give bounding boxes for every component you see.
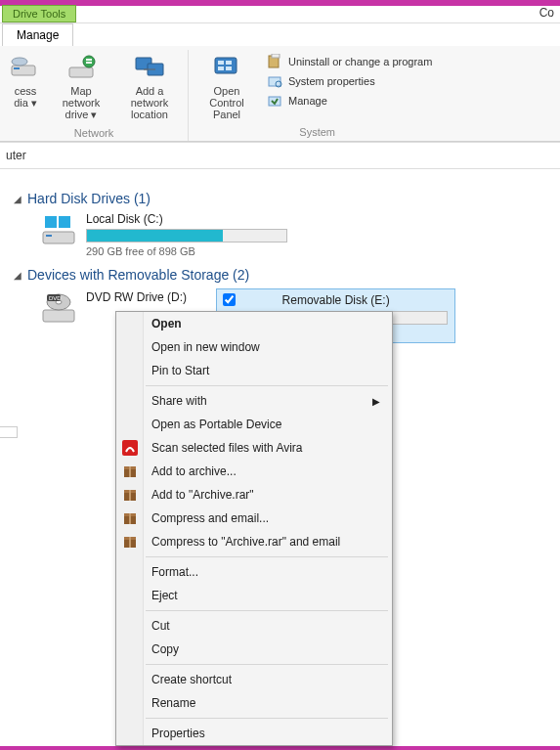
manage-icon xyxy=(267,93,282,109)
ribbon-tab-row: Drive Tools xyxy=(0,6,560,23)
group-header-hdd[interactable]: ◢ Hard Disk Drives (1) xyxy=(14,191,550,206)
capacity-text: 290 GB free of 898 GB xyxy=(86,245,287,257)
ribbon-group-system: Open Control Panel Uninstall or change a… xyxy=(189,50,446,141)
uninstall-icon xyxy=(267,54,282,69)
network-drive-icon xyxy=(65,52,97,83)
menu-add-to-archive[interactable]: Add to archive... xyxy=(116,460,392,483)
tab-drive-tools[interactable]: Drive Tools xyxy=(2,5,76,22)
svg-rect-23 xyxy=(59,216,70,228)
svg-rect-3 xyxy=(69,67,93,77)
window-title-fragment: Co xyxy=(539,6,554,20)
breadcrumb[interactable]: uter xyxy=(0,142,560,169)
group-label-system: System xyxy=(299,122,335,140)
menu-eject[interactable]: Eject xyxy=(116,584,392,607)
menu-create-shortcut[interactable]: Create shortcut xyxy=(116,668,392,691)
menu-scan-avira[interactable]: Scan selected files with Avira xyxy=(116,436,392,460)
menu-copy[interactable]: Copy xyxy=(116,638,392,661)
svg-rect-38 xyxy=(129,513,131,524)
dvd-drive-icon: DVD xyxy=(39,290,78,326)
svg-text:DVD: DVD xyxy=(49,295,62,301)
ribbon: cess dia ▾ Map network drive ▾ Add a net… xyxy=(0,46,560,142)
drive-icon xyxy=(10,52,41,83)
collapse-icon: ◢ xyxy=(14,194,22,204)
system-properties-button[interactable]: System properties xyxy=(267,73,432,89)
hard-drive-icon xyxy=(39,212,78,247)
menu-open-portable[interactable]: Open as Portable Device xyxy=(116,413,392,436)
menu-properties[interactable]: Properties xyxy=(116,722,392,745)
svg-rect-0 xyxy=(12,66,35,75)
context-menu: Open Open in new window Pin to Start Sha… xyxy=(115,311,393,746)
drive-name: DVD RW Drive (D:) xyxy=(86,290,187,304)
svg-rect-12 xyxy=(226,61,232,65)
menu-format[interactable]: Format... xyxy=(116,560,392,584)
menu-rename[interactable]: Rename xyxy=(116,691,392,715)
svg-rect-10 xyxy=(215,58,237,73)
menu-open-new-window[interactable]: Open in new window xyxy=(116,335,392,359)
svg-rect-1 xyxy=(14,67,20,69)
drive-name: Removable Disk (E:) xyxy=(221,293,451,307)
svg-rect-20 xyxy=(43,232,74,243)
svg-rect-11 xyxy=(218,61,224,65)
menu-open[interactable]: Open xyxy=(116,312,392,335)
menu-add-to-rar[interactable]: Add to "Archive.rar" xyxy=(116,483,392,507)
svg-rect-35 xyxy=(129,490,131,501)
manage-button[interactable]: Manage xyxy=(267,93,432,109)
properties-icon xyxy=(267,73,282,89)
svg-rect-16 xyxy=(272,54,280,58)
archive-icon xyxy=(121,463,139,480)
menu-share-with[interactable]: Share with▶ xyxy=(116,389,392,413)
drive-local-c[interactable]: Local Disk (C:) 290 GB free of 898 GB xyxy=(39,212,550,257)
archive-icon xyxy=(121,509,139,527)
svg-point-2 xyxy=(12,58,27,66)
svg-rect-14 xyxy=(226,66,232,70)
collapse-icon: ◢ xyxy=(14,270,22,281)
menu-cut[interactable]: Cut xyxy=(116,614,392,638)
open-control-panel-button[interactable]: Open Control Panel xyxy=(194,50,259,122)
svg-rect-41 xyxy=(129,537,131,548)
control-panel-icon xyxy=(211,52,242,83)
submenu-arrow-icon: ▶ xyxy=(372,396,380,407)
drive-checkbox[interactable] xyxy=(223,293,236,306)
svg-rect-32 xyxy=(129,466,131,477)
nav-pane-fragment xyxy=(0,426,18,438)
svg-rect-21 xyxy=(46,235,52,237)
menu-compress-rar-email[interactable]: Compress to "Archive.rar" and email xyxy=(116,530,392,553)
archive-icon xyxy=(121,486,139,504)
svg-rect-13 xyxy=(218,66,224,70)
group-label-network: Network xyxy=(74,123,113,141)
ribbon-group-network: cess dia ▾ Map network drive ▾ Add a net… xyxy=(0,50,189,141)
svg-rect-24 xyxy=(43,310,74,322)
capacity-bar xyxy=(86,229,287,243)
avira-icon xyxy=(121,439,139,457)
drive-name: Local Disk (C:) xyxy=(86,212,287,226)
archive-icon xyxy=(121,533,139,551)
menu-compress-email[interactable]: Compress and email... xyxy=(116,507,392,530)
group-header-removable[interactable]: ◢ Devices with Removable Storage (2) xyxy=(14,267,550,283)
network-location-icon xyxy=(134,52,165,83)
tab-manage[interactable]: Manage xyxy=(2,23,73,46)
svg-rect-5 xyxy=(86,59,92,61)
menu-pin-to-start[interactable]: Pin to Start xyxy=(116,359,392,382)
uninstall-program-button[interactable]: Uninstall or change a program xyxy=(267,54,432,69)
svg-rect-6 xyxy=(86,62,92,64)
svg-rect-22 xyxy=(45,216,57,228)
add-network-location-button[interactable]: Add a network location xyxy=(117,50,182,123)
access-media-button[interactable]: cess dia ▾ xyxy=(6,50,45,123)
map-network-drive-button[interactable]: Map network drive ▾ xyxy=(49,50,113,123)
